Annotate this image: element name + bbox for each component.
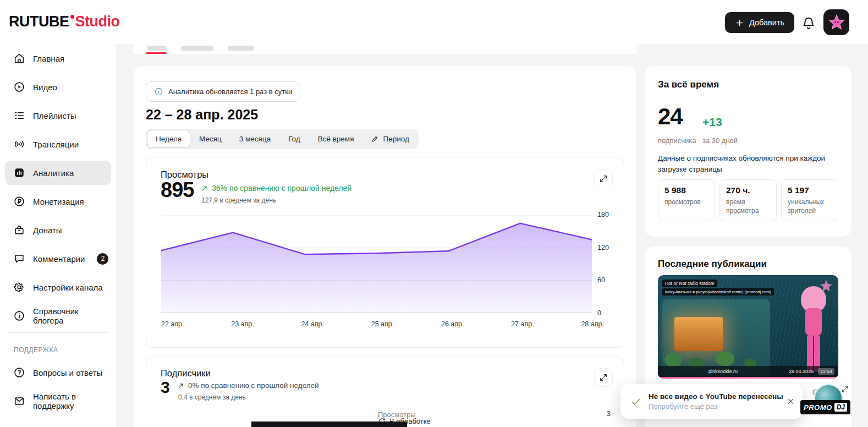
pencil-icon (371, 135, 379, 143)
period-title: 22 – 28 апр. 2025 (146, 107, 258, 123)
check-icon (630, 396, 641, 407)
thumbnail-watermark: pinkkookie.ru (708, 369, 738, 374)
x-axis-tick-label: 24 апр. (301, 320, 324, 328)
info-icon (154, 87, 163, 96)
cut-off-tab (147, 46, 166, 51)
sidebar-item[interactable]: Настройки канала (5, 275, 111, 299)
cut-off-tab (181, 46, 213, 51)
sidebar-item-label: Справочник блогера (33, 306, 103, 325)
stat-label: время просмотра (726, 198, 770, 215)
thumbnail-overlay-subtitle: lucky-laura-ws я рисую(kalashnikoff remi… (662, 288, 774, 295)
trend-up-icon (177, 382, 185, 390)
sidebar-item-label: Аналитика (33, 168, 74, 178)
sidebar-item[interactable]: Вопросы и ответы (5, 360, 111, 385)
video-icon (13, 81, 25, 93)
views-expand-button[interactable] (594, 169, 613, 188)
sidebar-item-label: Вопросы и ответы (33, 368, 102, 377)
sidebar-support-nav: Вопросы и ответы Написать в поддержку (5, 360, 111, 413)
sidebar-item-label: Главная (33, 54, 64, 63)
sidebar-item[interactable]: Комментарии 2 (5, 247, 111, 271)
stat-box: 270 ч. время просмотра (719, 179, 777, 221)
sidebar-item-label: Комментарии (33, 254, 85, 264)
add-button[interactable]: Добавить (725, 12, 794, 33)
views-chart-x-axis: 22 апр.23 апр.24 апр.25 апр.26 апр.27 ап… (161, 320, 604, 328)
rutube-studio-logo[interactable]: RUTUBE Studio (9, 13, 119, 30)
profile-avatar[interactable] (823, 9, 849, 35)
analytics-icon (13, 167, 25, 179)
stat-value: 270 ч. (726, 185, 770, 195)
sidebar-item[interactable]: Главная (5, 46, 111, 70)
expand-icon (599, 174, 608, 183)
playlists-icon (13, 110, 25, 122)
period-tab[interactable]: Год (279, 130, 309, 148)
guide-icon (13, 310, 25, 322)
y-axis-tick-label: 120 (597, 244, 619, 251)
sidebar-item[interactable]: Монетизация (5, 189, 111, 214)
sidebar-item[interactable]: Написать в поддержку (5, 389, 111, 413)
sidebar-item-label: Плейлисты (33, 111, 76, 121)
sidebar-item[interactable]: Видео (5, 75, 111, 99)
add-button-label: Добавить (749, 18, 784, 27)
views-total-value: 895 (161, 178, 194, 202)
publications-card-title: Последние публикации (658, 259, 767, 270)
views-trend: 36% по сравнению с прошлой неделей (200, 184, 351, 193)
sidebar-item-label: Написать в поддержку (33, 392, 103, 410)
subscribers-expand-button[interactable] (594, 368, 613, 387)
period-tab-label: Всё время (318, 135, 354, 143)
donations-icon (13, 224, 25, 236)
home-icon (13, 52, 25, 64)
top-bar: RUTUBE Studio Добавить (0, 0, 868, 44)
logo-red-dot (70, 15, 74, 19)
toast-retry-link[interactable]: Попробуйте ещё раз (649, 402, 783, 410)
sidebar-item[interactable]: Трансляции (5, 132, 111, 156)
period-tab[interactable]: Всё время (309, 130, 363, 148)
cut-off-tab (228, 46, 254, 51)
period-tab-label: Неделя (156, 135, 182, 143)
y-axis-tick-label: 60 (597, 276, 619, 284)
analytics-main-card: Аналитика обновляется 1 раз в сутки 22 –… (134, 66, 636, 427)
views-area-chart (161, 215, 592, 313)
period-tab[interactable]: 3 месяца (230, 130, 279, 148)
close-icon[interactable] (785, 396, 795, 406)
active-tab-underline (146, 52, 167, 54)
video-thumbnail[interactable]: Hot or Not radio station! lucky-laura-ws… (658, 275, 838, 379)
sidebar-item-label: Донаты (33, 226, 62, 235)
support-section-heading: ПОДДЕРЖКА (14, 346, 111, 354)
star-decal-icon (818, 278, 834, 294)
period-tab[interactable]: Неделя (147, 130, 190, 148)
broadcasts-icon (13, 138, 25, 150)
x-axis-tick-label: 27 апр. (511, 320, 534, 328)
sidebar-item-label: Монетизация (33, 197, 84, 206)
sidebar-item[interactable]: Справочник блогера (5, 304, 111, 328)
alltime-delta-label: за 30 дней (702, 136, 738, 145)
sidebar-item[interactable]: Аналитика (5, 161, 111, 185)
thumbnail-overlay-title: Hot or Not radio station! (662, 280, 717, 287)
notifications-bell-icon[interactable] (801, 14, 818, 32)
toast-text-block: Не все видео с YouTube перенесены Попроб… (649, 392, 783, 410)
expand-icon[interactable] (841, 385, 849, 393)
comments-count-badge: 2 (97, 253, 108, 265)
alltime-note: Данные о подписчиках обновляются при каж… (658, 153, 836, 174)
monetization-icon (13, 195, 25, 207)
custom-period-label: Период (383, 135, 409, 143)
stat-label: просмотров (664, 198, 708, 207)
stat-value: 5 197 (788, 185, 832, 195)
y-axis-tick-label: 0 (597, 309, 619, 317)
write-support-icon (13, 395, 25, 407)
views-metric-card: Просмотры 895 36% по сравнению с прошлой… (146, 157, 624, 348)
x-axis-tick-label: 23 апр. (231, 320, 254, 328)
custom-period-button[interactable]: Период (362, 130, 417, 148)
sidebar-item[interactable]: Плейлисты (5, 103, 111, 128)
thumbnail-progress-bar (658, 377, 838, 379)
settings-icon (13, 281, 25, 293)
promodj-text: PROMO (804, 403, 832, 412)
faq-icon (13, 366, 25, 379)
sidebar-nav: Главная Видео Плейлисты Трансляции (5, 46, 111, 328)
sidebar-item[interactable]: Донаты (5, 218, 111, 242)
alltime-card-title: За всё время (658, 79, 719, 90)
subscribers-card-title: Подписчики (161, 368, 211, 379)
thumbnail-character-art (798, 286, 829, 375)
subscribers-daily-average: 0,4 в среднем за день (178, 393, 246, 401)
thumbnail-date: 29.04.2025 (789, 369, 814, 374)
period-tab[interactable]: Месяц (190, 130, 230, 148)
